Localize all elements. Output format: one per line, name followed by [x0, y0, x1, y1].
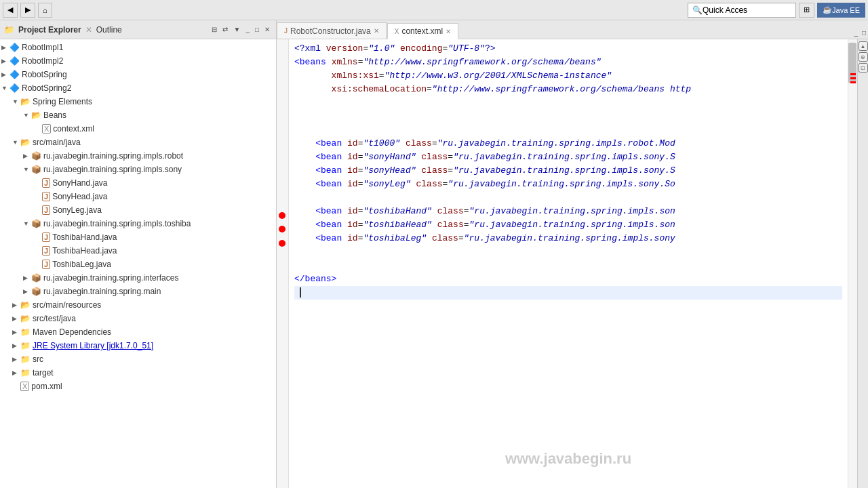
- tree-item-pkg-main[interactable]: ▶📦ru.javabegin.training.spring.main: [0, 285, 276, 298]
- tree-item-target[interactable]: ▶📁target: [0, 366, 276, 380]
- tree-item-robotspring2[interactable]: ▼🔷RobotSpring2: [0, 81, 276, 95]
- coffee-icon: ☕: [823, 5, 832, 14]
- expand-arrow-maven-deps[interactable]: ▶: [12, 329, 20, 336]
- close-panel-btn[interactable]: ✕: [262, 25, 272, 34]
- tree-item-pom-xml[interactable]: Xpom.xml: [0, 380, 276, 393]
- toolbar-btn-2[interactable]: ▶: [20, 3, 35, 18]
- code-content: <?xml version="1.0" encoding="UTF-8"?><b…: [289, 39, 848, 397]
- tree-item-sonyhead[interactable]: JSonyHead.java: [0, 190, 276, 203]
- label-target: target: [33, 368, 54, 378]
- code-line-17: [294, 259, 842, 272]
- icon-pkg-toshiba: 📦: [31, 219, 41, 228]
- perspectives-btn[interactable]: ⊞: [799, 3, 814, 18]
- quick-access-label: Quick Acces: [703, 5, 747, 15]
- code-line-8: <bean id="t1000" class="ru.javabegin.tra…: [294, 137, 842, 150]
- tree-item-maven-deps[interactable]: ▶📁Maven Dependencies: [0, 325, 276, 339]
- maximize-btn[interactable]: □: [253, 25, 261, 34]
- tab-robot-constructor[interactable]: J RobotConstructor.java ✕: [277, 22, 387, 39]
- tree-item-src-main-resources[interactable]: ▶📂src/main/resources: [0, 298, 276, 312]
- code-line-14: <bean id="toshibaHead" class="ru.javabeg…: [294, 218, 842, 232]
- java-ee-label: Java EE: [832, 6, 860, 14]
- tree-item-robotimpl2[interactable]: ▶🔷RobotImpl2: [0, 54, 276, 68]
- code-line-13: <bean id="toshibaHand" class="ru.javabeg…: [294, 205, 842, 218]
- tree-item-robotspring[interactable]: ▶🔷RobotSpring: [0, 68, 276, 81]
- tree-item-beans[interactable]: ▼📂Beans: [0, 108, 276, 122]
- expand-arrow-beans[interactable]: ▼: [23, 112, 31, 119]
- tree-view[interactable]: ▶🔷RobotImpl1▶🔷RobotImpl2▶🔷RobotSpring▼🔷R…: [0, 39, 276, 488]
- tree-item-toshibaleg[interactable]: JToshibaLeg.java: [0, 258, 276, 271]
- expand-arrow-pkg-interfaces[interactable]: ▶: [23, 274, 31, 281]
- icon-toshibaleg: J: [42, 260, 50, 269]
- tree-item-spring-elements[interactable]: ▼📂Spring Elements: [0, 95, 276, 108]
- label-pkg-sony: ru.javabegin.training.spring.impls.sony: [43, 165, 182, 174]
- expand-arrow-jre-system[interactable]: ▶: [12, 342, 20, 349]
- expand-arrow-pkg-robot[interactable]: ▶: [23, 152, 31, 159]
- expand-arrow-robotspring[interactable]: ▶: [1, 71, 9, 78]
- label-sonyhand: SonyHand.java: [52, 178, 107, 188]
- expand-arrow-robotimpl1[interactable]: ▶: [1, 44, 9, 51]
- label-sonyhead: SonyHead.java: [52, 192, 107, 201]
- expand-arrow-pkg-sony[interactable]: ▼: [23, 166, 31, 173]
- quick-access-bar[interactable]: 🔍 Quick Acces: [688, 3, 796, 18]
- main-layout: 📁 Project Explorer ✕ Outline ⊟ ⇄ ▼ _ □ ✕…: [0, 20, 868, 488]
- expand-arrow-pkg-toshiba[interactable]: ▼: [23, 220, 31, 227]
- expand-arrow-src-test-java[interactable]: ▶: [12, 315, 20, 322]
- right-panel: J RobotConstructor.java ✕ X context.xml …: [277, 20, 868, 488]
- error-mark-2: [279, 226, 285, 232]
- toolbar-right: 🔍 Quick Acces ⊞ ☕ Java EE: [688, 3, 865, 18]
- tree-item-robotimpl1[interactable]: ▶🔷RobotImpl1: [0, 41, 276, 54]
- editor-minimize-btn[interactable]: _: [852, 28, 860, 37]
- tree-item-src-test-java[interactable]: ▶📂src/test/java: [0, 312, 276, 325]
- expand-arrow-robotimpl2[interactable]: ▶: [1, 58, 9, 64]
- sidebar-btn-2[interactable]: ⊕: [859, 52, 868, 62]
- tree-item-toshibahead[interactable]: JToshibaHead.java: [0, 244, 276, 258]
- expand-arrow-src-main-java[interactable]: ▼: [12, 139, 20, 146]
- tree-item-sonyhand[interactable]: JSonyHand.java: [0, 176, 276, 190]
- tree-item-pkg-robot[interactable]: ▶📦ru.javabegin.training.spring.impls.rob…: [0, 149, 276, 163]
- sync-btn[interactable]: ⇄: [220, 25, 230, 34]
- panel-header: 📁 Project Explorer ✕ Outline ⊟ ⇄ ▼ _ □ ✕: [0, 20, 276, 39]
- panel-menu-btn[interactable]: ▼: [231, 25, 242, 34]
- close-tab-robot-constructor[interactable]: ✕: [374, 27, 379, 35]
- tree-item-src[interactable]: ▶📁src: [0, 352, 276, 366]
- expand-arrow-robotspring2[interactable]: ▼: [1, 85, 9, 92]
- expand-arrow-target[interactable]: ▶: [12, 369, 20, 376]
- tree-item-toshibahand[interactable]: JToshibaHand.java: [0, 230, 276, 244]
- label-src-main-resources: src/main/resources: [33, 300, 101, 310]
- sidebar-btn-3[interactable]: ⊡: [859, 63, 868, 73]
- scroll-markers[interactable]: [848, 39, 857, 488]
- toolbar-btn-1[interactable]: ◀: [3, 3, 18, 18]
- expand-arrow-spring-elements[interactable]: ▼: [12, 98, 20, 105]
- toolbar-btn-3[interactable]: ⌂: [38, 3, 52, 18]
- code-line-4: xsi:schemaLocation="http://www.springfra…: [294, 83, 842, 96]
- minimize-btn[interactable]: _: [243, 25, 252, 34]
- label-context-xml: context.xml: [53, 124, 94, 134]
- code-line-10: <bean id="sonyHead" class="ru.javabegin.…: [294, 164, 842, 178]
- label-robotimpl2: RobotImpl2: [22, 56, 63, 66]
- tree-item-jre-system[interactable]: ▶📁JRE System Library [jdk1.7.0_51]: [0, 339, 276, 352]
- tree-item-pkg-sony[interactable]: ▼📦ru.javabegin.training.spring.impls.son…: [0, 163, 276, 176]
- label-sonyleg: SonyLeg.java: [52, 205, 102, 215]
- tree-item-pkg-toshiba[interactable]: ▼📦ru.javabegin.training.spring.impls.tos…: [0, 217, 276, 230]
- expand-arrow-pkg-main[interactable]: ▶: [23, 288, 31, 295]
- close-tab-context-xml[interactable]: ✕: [446, 28, 451, 35]
- code-editor[interactable]: <?xml version="1.0" encoding="UTF-8"?><b…: [289, 39, 848, 488]
- code-line-6: [294, 110, 842, 123]
- tab-context-xml[interactable]: X context.xml ✕: [387, 23, 458, 39]
- sidebar-btn-1[interactable]: ▲: [859, 41, 868, 51]
- icon-jre-system: 📁: [20, 341, 31, 350]
- tree-item-pkg-interfaces[interactable]: ▶📦ru.javabegin.training.spring.interface…: [0, 271, 276, 285]
- expand-arrow-src[interactable]: ▶: [12, 356, 20, 363]
- label-src: src: [33, 354, 43, 364]
- tree-item-sonyleg[interactable]: JSonyLeg.java: [0, 203, 276, 217]
- editor-area[interactable]: <?xml version="1.0" encoding="UTF-8"?><b…: [277, 39, 868, 488]
- label-pkg-toshiba: ru.javabegin.training.spring.impls.toshi…: [43, 219, 191, 228]
- code-line-26: [294, 381, 842, 394]
- collapse-btn[interactable]: ⊟: [210, 25, 219, 34]
- expand-arrow-src-main-resources[interactable]: ▶: [12, 302, 20, 308]
- editor-maximize-btn[interactable]: □: [860, 28, 868, 37]
- code-line-1: <?xml version="1.0" encoding="UTF-8"?>: [294, 42, 842, 56]
- tree-item-src-main-java[interactable]: ▼📂src/main/java: [0, 136, 276, 149]
- icon-pom-xml: X: [20, 382, 29, 391]
- tree-item-context-xml[interactable]: Xcontext.xml: [0, 122, 276, 136]
